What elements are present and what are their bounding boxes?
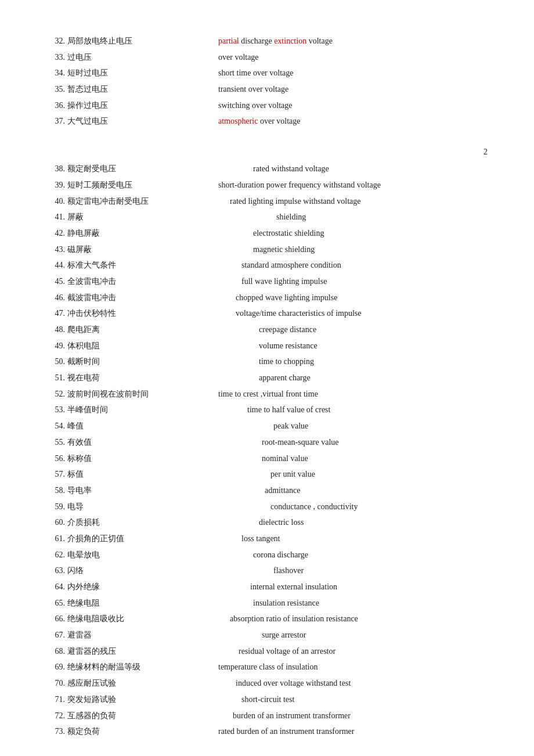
list-item: 45. 全波雷电冲击 full wave lighting impulse	[46, 275, 488, 288]
term-number: 34.	[46, 67, 65, 80]
list-item: 44. 标准大气条件 standard atmosphere condition	[46, 259, 488, 272]
term-english: loss tangent	[183, 532, 488, 545]
list-item: 72. 互感器的负荷 burden of an instrument trans…	[46, 710, 488, 722]
list-item: 37. 大气过电压 atmospheric over voltage	[46, 115, 488, 128]
term-chinese: 暂态过电压	[67, 83, 183, 96]
term-english: conductance , conductivity	[183, 501, 488, 513]
term-chinese: 峰值	[67, 420, 183, 433]
term-number: 36.	[46, 99, 65, 112]
term-english: peak value	[183, 420, 488, 433]
term-english: magnetic shielding	[183, 243, 488, 256]
term-english: time to crest ,virtual front time	[183, 388, 488, 401]
term-chinese: 内外绝缘	[67, 581, 183, 593]
term-english: voltage/time characteristics of impulse	[183, 307, 488, 320]
term-chinese: 标称值	[67, 452, 183, 465]
list-item: 62. 电晕放电 corona discharge	[46, 549, 488, 561]
list-item: 49. 体积电阻 volume resistance	[46, 340, 488, 352]
term-english: surge arrestor	[183, 629, 488, 642]
term-number: 35.	[46, 83, 65, 96]
list-item: 52. 波前时间视在波前时间 time to crest ,virtual fr…	[46, 388, 488, 401]
term-english: corona discharge	[183, 549, 488, 561]
term-number: 69.	[46, 661, 65, 674]
list-item: 59. 电导 conductance , conductivity	[46, 501, 488, 513]
term-english: temperature class of insulation	[183, 661, 488, 674]
list-item: 70. 感应耐压试验 induced over voltage withstan…	[46, 677, 488, 690]
list-item: 43. 磁屏蔽 magnetic shielding	[46, 243, 488, 256]
term-number: 33.	[46, 51, 65, 64]
term-number: 56.	[46, 452, 65, 465]
page-number: 2	[484, 147, 488, 156]
list-item: 46. 截波雷电冲击 chopped wave lighting impulse	[46, 291, 488, 304]
term-red-word: partial	[218, 37, 239, 45]
page-number-row: 2	[46, 147, 488, 157]
term-number: 44.	[46, 259, 65, 272]
term-chinese: 突发短路试验	[67, 693, 183, 706]
term-chinese: 绝缘材料的耐温等级	[67, 661, 183, 674]
term-number: 64.	[46, 581, 65, 593]
list-item: 35. 暂态过电压 transient over voltage	[46, 83, 488, 96]
list-item: 64. 内外绝缘 internal external insulation	[46, 581, 488, 593]
term-chinese: 介损角的正切值	[67, 532, 183, 545]
term-chinese: 截波雷电冲击	[67, 291, 183, 304]
list-item: 57. 标值 per unit value	[46, 468, 488, 481]
term-number: 62.	[46, 549, 65, 561]
term-number: 49.	[46, 340, 65, 352]
list-item: 71. 突发短路试验 short-circuit test	[46, 693, 488, 706]
term-number: 40.	[46, 195, 65, 208]
term-english: nominal value	[183, 452, 488, 465]
term-chinese: 避雷器	[67, 629, 183, 642]
section-break	[46, 131, 488, 147]
term-english: transient over voltage	[183, 83, 488, 96]
term-english: switching over voltage	[183, 99, 488, 112]
term-chinese: 局部放电终止电压	[67, 35, 183, 48]
term-english: burden of an instrument transformer	[183, 710, 488, 722]
list-item: 69. 绝缘材料的耐温等级 temperature class of insul…	[46, 661, 488, 674]
term-english: absorption ratio of insulation resistanc…	[183, 613, 488, 625]
term-red-word: atmospheric	[218, 117, 258, 125]
term-english: short-circuit test	[183, 693, 488, 706]
term-english: time to half value of crest	[183, 404, 488, 416]
term-number: 38.	[46, 163, 65, 175]
term-number: 67.	[46, 629, 65, 642]
list-item: 40. 额定雷电冲击耐受电压 rated lighting impulse wi…	[46, 195, 488, 208]
term-number: 47.	[46, 307, 65, 320]
term-english: insulation resistance	[183, 597, 488, 610]
term-number: 39.	[46, 179, 65, 192]
term-chinese: 感应耐压试验	[67, 677, 183, 690]
list-item: 54. 峰值 peak value	[46, 420, 488, 433]
list-item: 55. 有效值 root-mean-square value	[46, 436, 488, 449]
term-english: time to chopping	[183, 355, 488, 368]
list-item: 50. 截断时间 time to chopping	[46, 355, 488, 368]
term-chinese: 绝缘电阻吸收比	[67, 613, 183, 625]
list-item: 32. 局部放电终止电压 partial discharge extinctio…	[46, 35, 488, 48]
term-english: partial discharge extinction voltage	[183, 35, 488, 48]
term-chinese: 额定负荷	[67, 725, 183, 738]
list-item: 56. 标称值 nominal value	[46, 452, 488, 465]
term-number: 73.	[46, 725, 65, 738]
list-item: 66. 绝缘电阻吸收比 absorption ratio of insulati…	[46, 613, 488, 625]
term-number: 37.	[46, 115, 65, 128]
term-english: full wave lighting impulse	[183, 275, 488, 288]
main-term-list: 38. 额定耐受电压 rated withstand voltage 39. 短…	[46, 163, 488, 738]
term-chinese: 互感器的负荷	[67, 710, 183, 722]
term-number: 60.	[46, 516, 65, 529]
term-number: 72.	[46, 710, 65, 722]
list-item: 38. 额定耐受电压 rated withstand voltage	[46, 163, 488, 175]
term-english: internal external insulation	[183, 581, 488, 593]
term-chinese: 过电压	[67, 51, 183, 64]
term-chinese: 电晕放电	[67, 549, 183, 561]
term-number: 59.	[46, 501, 65, 513]
term-english: chopped wave lighting impulse	[183, 291, 488, 304]
term-english: apparent charge	[183, 372, 488, 384]
term-chinese: 避雷器的残压	[67, 645, 183, 658]
term-chinese: 静电屏蔽	[67, 227, 183, 240]
term-chinese: 截断时间	[67, 355, 183, 368]
term-number: 52.	[46, 388, 65, 401]
term-english: rated lighting impulse withstand voltage	[183, 195, 488, 208]
term-english: admittance	[183, 484, 488, 497]
list-item: 68. 避雷器的残压 residual voltage of an arrest…	[46, 645, 488, 658]
term-number: 42.	[46, 227, 65, 240]
term-number: 32.	[46, 35, 65, 48]
list-item: 67. 避雷器 surge arrestor	[46, 629, 488, 642]
list-item: 34. 短时过电压 short time over voltage	[46, 67, 488, 80]
